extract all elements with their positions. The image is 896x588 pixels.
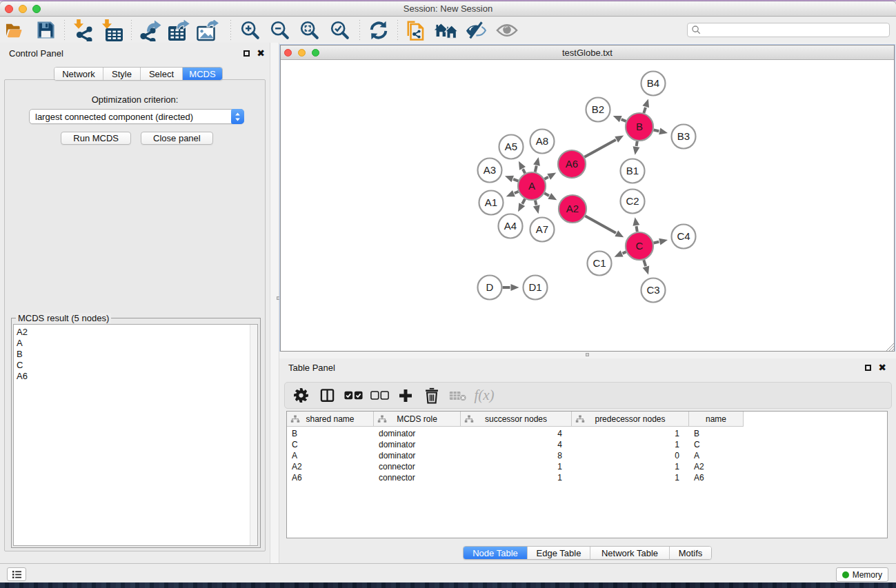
apply-layout-button[interactable] — [366, 17, 392, 43]
tab-edge-table[interactable]: Edge Table — [528, 547, 590, 559]
table-row[interactable]: A6connector11A6 — [287, 472, 887, 483]
mcds-result-item[interactable]: C — [14, 360, 257, 371]
table-row[interactable]: A2connector11A2 — [287, 461, 887, 472]
close-panel-button[interactable]: Close panel — [141, 132, 213, 145]
run-mcds-button[interactable]: Run MCDS — [61, 132, 131, 145]
tab-node-table[interactable]: Node Table — [464, 547, 528, 559]
graph-edge-C-C1[interactable] — [623, 252, 626, 253]
graph-edge-arrowhead — [615, 230, 624, 237]
graph-edge-B-B2[interactable] — [621, 119, 626, 121]
divider-grip[interactable] — [586, 353, 589, 356]
graph-node-label: A1 — [485, 196, 497, 208]
zoom-fit-button[interactable] — [297, 17, 323, 43]
memory-label: Memory — [853, 570, 882, 580]
graph-edge-C-C3[interactable] — [644, 260, 646, 266]
graph-edge-A2-C[interactable] — [585, 216, 616, 233]
graph-edge-A-A4[interactable] — [522, 199, 525, 204]
mcds-result-item[interactable]: A2 — [14, 327, 257, 338]
create-column-button[interactable] — [392, 385, 419, 407]
column-header-MCDS-role[interactable]: MCDS role — [374, 412, 461, 427]
function-builder-button[interactable]: f(x) — [471, 385, 497, 407]
node-table[interactable]: shared nameMCDS rolesuccessor nodesprede… — [286, 411, 888, 538]
save-session-button[interactable] — [32, 17, 59, 43]
column-header-label: predecessor nodes — [595, 414, 665, 424]
table-cell: A6 — [689, 472, 744, 483]
split-divider-horizontal[interactable] — [279, 352, 896, 358]
tab-network[interactable]: Network — [54, 68, 103, 80]
hide-selected-button[interactable] — [463, 17, 489, 43]
list-icon — [12, 570, 22, 579]
export-table-button[interactable] — [166, 17, 192, 43]
control-panel-float-button[interactable] — [243, 50, 250, 57]
clone-network-button[interactable] — [403, 17, 429, 43]
zoom-selected-button[interactable] — [327, 17, 353, 43]
graph-edge-B-B3[interactable] — [654, 130, 659, 131]
column-settings-button[interactable] — [288, 385, 314, 407]
graph-edge-C-C4[interactable] — [654, 242, 659, 243]
search-box[interactable] — [687, 23, 890, 37]
toggle-views-button[interactable] — [314, 385, 340, 407]
graph-edge-A-A7[interactable] — [535, 200, 537, 205]
gear-icon — [292, 387, 310, 404]
import-table-button[interactable] — [99, 17, 125, 43]
zoom-in-button[interactable] — [237, 17, 263, 43]
window-resize-grip[interactable] — [885, 342, 894, 351]
tab-motifs[interactable]: Motifs — [670, 547, 711, 559]
table-panel-window-buttons: ✖ — [865, 365, 886, 371]
mcds-result-item[interactable]: A — [14, 338, 257, 349]
graph-edge-A-A6[interactable] — [544, 177, 548, 179]
export-network-button[interactable] — [138, 17, 164, 43]
mcds-result-item[interactable]: A6 — [14, 371, 257, 382]
graph-edge-A-A8[interactable] — [535, 166, 537, 172]
control-panel-close-button[interactable]: ✖ — [257, 50, 265, 57]
graph-edge-A6-B[interactable] — [584, 140, 615, 157]
column-header-successor-nodes[interactable]: successor nodes — [461, 412, 572, 427]
graph-edge-A-A3[interactable] — [513, 179, 518, 181]
shared-column-icon — [290, 415, 300, 423]
network-window-titlebar[interactable]: testGlobe.txt — [281, 45, 894, 60]
criterion-select[interactable]: largest connected component (directed) — [29, 109, 244, 124]
table-row[interactable]: Cdominator41C — [287, 439, 887, 450]
mcds-list-scrollbar[interactable] — [250, 325, 257, 545]
tab-mcds[interactable]: MCDS — [183, 68, 222, 80]
graph-edge-A-A2[interactable] — [544, 193, 549, 196]
zoom-out-button[interactable] — [267, 17, 293, 43]
search-input[interactable] — [701, 24, 889, 36]
table-row[interactable]: Bdominator41B — [287, 428, 887, 439]
graph-edge-A-A5[interactable] — [523, 169, 525, 173]
graph-node-label: B1 — [626, 165, 639, 176]
tab-select[interactable]: Select — [141, 68, 183, 80]
graph-edge-arrowhead — [518, 203, 525, 212]
open-session-button[interactable] — [2, 17, 28, 43]
memory-button[interactable]: Memory — [836, 567, 888, 582]
panel-menu-button[interactable] — [7, 567, 26, 581]
table-cell: A2 — [287, 461, 374, 472]
column-header-predecessor-nodes[interactable]: predecessor nodes — [572, 412, 689, 427]
split-columns-icon — [319, 387, 336, 404]
graph-edge-C-C2[interactable] — [637, 226, 637, 232]
first-neighbors-button[interactable] — [433, 17, 459, 43]
table-panel-close-button[interactable]: ✖ — [878, 365, 886, 371]
zoom-out-icon — [270, 20, 290, 41]
export-image-button[interactable] — [195, 17, 221, 43]
graph-edge-B-B4[interactable] — [644, 108, 646, 113]
tab-style[interactable]: Style — [103, 68, 141, 80]
mcds-result-list[interactable]: A2ABCA6 — [13, 324, 258, 546]
split-divider-vertical[interactable] — [270, 43, 279, 563]
select-all-button[interactable] — [340, 385, 366, 407]
delete-table-button[interactable] — [445, 385, 471, 407]
column-header-shared-name[interactable]: shared name — [287, 412, 374, 427]
table-panel-float-button[interactable] — [865, 365, 871, 371]
deselect-all-button[interactable] — [366, 385, 392, 407]
column-header-name[interactable]: name — [689, 412, 744, 427]
graph-edge-B-B1[interactable] — [637, 141, 637, 146]
delete-column-button[interactable] — [419, 385, 445, 407]
import-network-button[interactable] — [71, 17, 97, 43]
mcds-result-item[interactable]: B — [14, 349, 257, 360]
table-row[interactable]: Adominator80A — [287, 450, 887, 461]
network-graph-canvas[interactable]: B4B2BB3A8A5A6B1A3AC2A1A2A4A7C4CC1C3DD1 — [281, 61, 894, 351]
tab-network-table[interactable]: Network Table — [590, 547, 670, 559]
graph-edge-A-A1[interactable] — [515, 192, 519, 193]
show-all-button[interactable] — [494, 17, 520, 43]
table-cell: A — [689, 450, 744, 461]
